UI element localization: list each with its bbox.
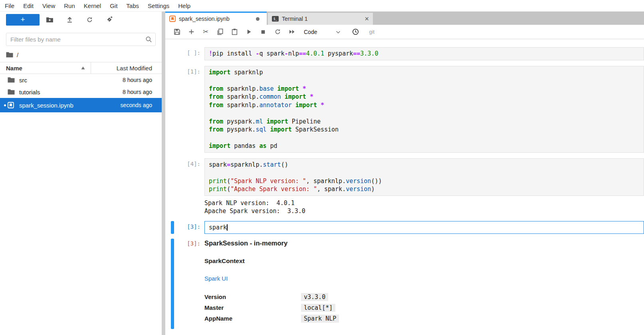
- folder-icon: [8, 77, 16, 83]
- property-row: Versionv3.3.0: [204, 291, 644, 302]
- cell-type-dropdown[interactable]: Code: [304, 29, 341, 35]
- menu-view[interactable]: View: [38, 2, 59, 9]
- last-modified-column-header[interactable]: Last Modified: [91, 65, 162, 72]
- refresh-button[interactable]: [79, 16, 99, 23]
- menu-help[interactable]: Help: [174, 2, 195, 9]
- output-text: Spark NLP version: 4.0.1 Apache Spark ve…: [204, 199, 305, 215]
- panel-resize-handle[interactable]: [162, 12, 165, 335]
- insert-cell-below-button[interactable]: [184, 26, 198, 38]
- output-cell: [3]:SparkSession - in-memorySparkContext…: [165, 239, 644, 329]
- input-prompt: [4]:: [174, 158, 204, 196]
- cell-editor[interactable]: !pip install -q spark-nlp==4.0.1 pyspark…: [204, 47, 644, 60]
- cell-collapser[interactable]: [171, 221, 174, 234]
- kernel-history-clock-icon[interactable]: [348, 26, 363, 38]
- output-prompt: [174, 199, 204, 215]
- refresh-icon: [86, 16, 93, 23]
- file-name: tutorials: [19, 89, 123, 96]
- spark-session-title: SparkSession - in-memory: [204, 239, 644, 247]
- upload-button[interactable]: [59, 16, 79, 23]
- breadcrumb: /: [6, 50, 156, 60]
- tab-terminal-1[interactable]: $_ Terminal 1 ×: [268, 12, 373, 25]
- search-icon: [145, 36, 152, 44]
- file-name: spark_session.ipynb: [19, 102, 121, 109]
- cell-editor[interactable]: import sparknlp from sparknlp.base impor…: [204, 66, 644, 153]
- breadcrumb-root[interactable]: /: [17, 52, 18, 58]
- restart-kernel-button[interactable]: [270, 26, 285, 38]
- file-row-tutorials[interactable]: tutorials8 hours ago: [0, 86, 162, 98]
- menu-git[interactable]: Git: [105, 2, 122, 9]
- dirty-file-indicator: [4, 104, 6, 106]
- tab-spark-session-ipynb[interactable]: spark_session.ipynb: [165, 12, 267, 25]
- cell-collapser: [171, 66, 174, 153]
- main-area: spark_session.ipynb $_ Terminal 1 × ✂ Co…: [165, 12, 644, 335]
- paste-button[interactable]: [227, 26, 242, 38]
- file-name: src: [19, 77, 123, 84]
- property-row: Masterlocal[*]: [204, 302, 644, 313]
- insert-cell-below-icon: [188, 28, 195, 35]
- new-folder-icon: [46, 17, 54, 23]
- cell-collapser[interactable]: [171, 239, 174, 329]
- spark-ui-link[interactable]: Spark UI: [204, 275, 228, 282]
- file-row-src[interactable]: src8 hours ago: [0, 74, 162, 86]
- output-prompt: [3]:: [174, 239, 204, 324]
- spark-session-output: SparkSession - in-memorySparkContextSpar…: [204, 239, 644, 324]
- stop-icon: [260, 29, 266, 35]
- property-value: v3.3.0: [301, 293, 328, 301]
- menu-run[interactable]: Run: [59, 2, 79, 9]
- notebook-content: [ ]:!pip install -q spark-nlp==4.0.1 pys…: [165, 39, 644, 335]
- file-filter: [6, 33, 156, 46]
- menu-file[interactable]: File: [0, 2, 19, 9]
- file-listing-header: Name Last Modified: [0, 62, 162, 74]
- menu-edit[interactable]: Edit: [19, 2, 38, 9]
- folder-icon: [6, 52, 13, 58]
- cell-editor[interactable]: spark=sparknlp.start() print("Spark NLP …: [204, 158, 644, 196]
- text-cursor: [227, 224, 228, 231]
- name-column-header[interactable]: Name: [0, 62, 91, 74]
- code-cell: [ ]:!pip install -q spark-nlp==4.0.1 pys…: [165, 47, 644, 60]
- input-prompt: [1]:: [174, 66, 204, 153]
- new-launcher-button[interactable]: +: [6, 14, 40, 26]
- menu-bar: FileEditViewRunKernelGitTabsSettingsHelp: [0, 0, 644, 12]
- sort-ascending-icon: [81, 66, 85, 70]
- save-icon: [174, 28, 180, 35]
- git-toolbar-label: git: [369, 29, 375, 35]
- close-tab-icon[interactable]: ×: [365, 15, 369, 22]
- file-browser-panel: + / Name Last Modified src8 hours agotut…: [0, 12, 162, 335]
- spark-context-title: SparkContext: [204, 257, 644, 265]
- code-cell: [4]:spark=sparknlp.start() print("Spark …: [165, 158, 644, 215]
- restart-kernel-icon: [274, 28, 281, 35]
- property-value: local[*]: [301, 304, 335, 312]
- notebook-toolbar: ✂ Code git: [165, 25, 644, 39]
- cell-type-value: Code: [304, 29, 317, 35]
- tab-bar: spark_session.ipynb $_ Terminal 1 ×: [165, 12, 644, 25]
- restart-and-run-all-icon: [289, 29, 295, 35]
- notebook-icon: [169, 16, 176, 22]
- property-label: Master: [204, 304, 301, 311]
- restart-and-run-all-button[interactable]: [285, 26, 299, 38]
- file-row-spark-session-ipynb[interactable]: spark_session.ipynbseconds ago: [0, 98, 162, 112]
- git-clone-button[interactable]: [99, 16, 119, 23]
- input-prompt: [3]:: [174, 221, 204, 234]
- code-cell: [3]:spark: [165, 221, 644, 234]
- cell-collapser: [171, 158, 174, 215]
- new-folder-button[interactable]: [40, 16, 59, 23]
- menu-kernel[interactable]: Kernel: [79, 2, 105, 9]
- menu-settings[interactable]: Settings: [143, 2, 174, 9]
- copy-button[interactable]: [213, 26, 227, 38]
- file-browser-toolbar: +: [6, 14, 156, 26]
- save-button[interactable]: [170, 26, 184, 38]
- menu-tabs[interactable]: Tabs: [122, 2, 143, 9]
- property-label: AppName: [204, 315, 301, 322]
- run-button[interactable]: [242, 26, 256, 38]
- cut-button[interactable]: ✂: [198, 26, 213, 38]
- run-icon: [246, 29, 252, 35]
- name-header-label: Name: [6, 65, 22, 72]
- tab-label: spark_session.ipynb: [179, 16, 230, 22]
- git-clone-icon: [106, 16, 113, 23]
- property-row: AppNameSpark NLP: [204, 313, 644, 324]
- filter-files-input[interactable]: [6, 33, 156, 46]
- cell-output: Spark NLP version: 4.0.1 Apache Spark ve…: [174, 199, 644, 215]
- cell-editor[interactable]: spark: [204, 221, 644, 234]
- stop-button[interactable]: [256, 26, 270, 38]
- chevron-down-icon: [335, 29, 341, 35]
